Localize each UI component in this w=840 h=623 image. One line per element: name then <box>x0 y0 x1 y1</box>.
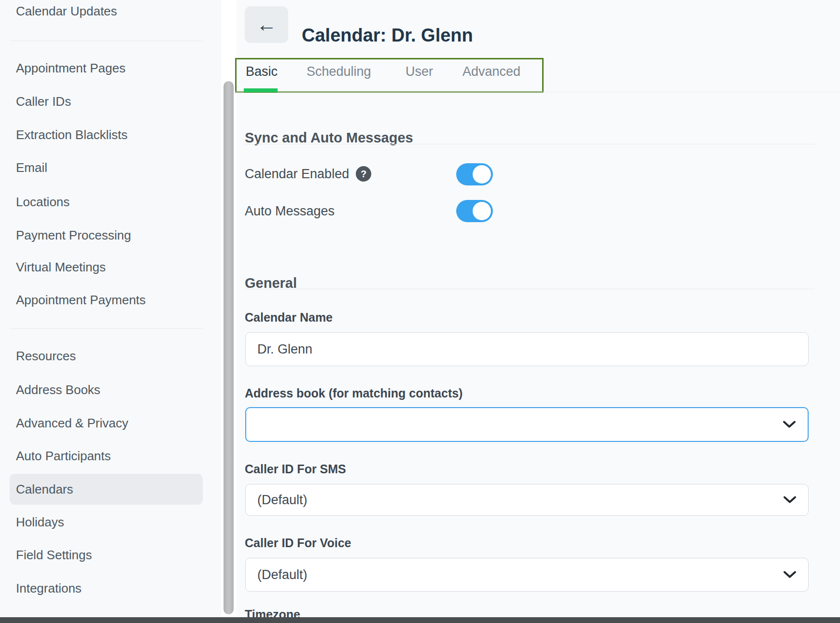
chevron-down-icon <box>783 571 797 579</box>
caller-id-voice-label: Caller ID For Voice <box>245 536 351 550</box>
sidebar-divider <box>10 41 203 41</box>
section-divider <box>245 289 815 289</box>
toggle-knob <box>473 165 491 184</box>
settings-sidebar: Calendar Updates Appointment Pages Calle… <box>0 0 222 617</box>
toggle-knob <box>473 202 491 220</box>
chevron-down-icon <box>783 496 797 504</box>
tab-basic[interactable]: Basic <box>246 64 278 79</box>
calendar-name-input[interactable] <box>245 332 809 366</box>
back-button[interactable]: ← <box>245 6 288 43</box>
sidebar-item-extraction-blacklists[interactable]: Extraction Blacklists <box>10 119 203 150</box>
sidebar-item-field-settings[interactable]: Field Settings <box>10 539 203 570</box>
sidebar-item-address-books[interactable]: Address Books <box>10 374 203 405</box>
sidebar-item-calendar-updates[interactable]: Calendar Updates <box>10 0 203 27</box>
chevron-down-icon <box>783 421 796 429</box>
sidebar-item-holidays[interactable]: Holidays <box>10 507 203 538</box>
auto-messages-label: Auto Messages <box>245 204 335 219</box>
sidebar-divider <box>10 328 203 329</box>
auto-messages-toggle[interactable] <box>456 200 493 222</box>
window-bottom-edge <box>0 617 840 623</box>
sidebar-item-calendars[interactable]: Calendars <box>10 474 203 505</box>
section-divider <box>245 144 815 144</box>
sidebar-item-locations[interactable]: Locations <box>10 186 203 217</box>
tabbar-bottom-border <box>235 92 840 92</box>
sidebar-item-payment-processing[interactable]: Payment Processing <box>10 220 203 251</box>
sidebar-item-appointment-pages[interactable]: Appointment Pages <box>10 53 203 84</box>
caller-id-sms-select-value: (Default) <box>257 493 308 508</box>
tab-advanced[interactable]: Advanced <box>462 64 520 79</box>
calendar-enabled-label: Calendar Enabled ? <box>245 166 371 182</box>
calendar-name-label: Calendar Name <box>245 311 333 325</box>
address-book-select[interactable] <box>245 407 809 442</box>
tab-scheduling[interactable]: Scheduling <box>307 64 371 79</box>
sidebar-item-appointment-payments[interactable]: Appointment Payments <box>10 284 203 315</box>
page-title: Calendar: Dr. Glenn <box>302 25 473 46</box>
sidebar-item-advanced-privacy[interactable]: Advanced & Privacy <box>10 408 203 439</box>
scrollbar-thumb[interactable] <box>224 81 234 614</box>
address-book-label: Address book (for matching contacts) <box>245 386 462 400</box>
caller-id-sms-label: Caller ID For SMS <box>245 462 346 476</box>
calendar-enabled-toggle[interactable] <box>456 163 493 185</box>
caller-id-voice-select[interactable]: (Default) <box>245 558 809 592</box>
tab-user[interactable]: User <box>406 64 433 79</box>
calendar-enabled-label-text: Calendar Enabled <box>245 167 349 182</box>
sidebar-item-virtual-meetings[interactable]: Virtual Meetings <box>10 252 203 283</box>
sidebar-item-email[interactable]: Email <box>10 152 203 183</box>
active-tab-indicator <box>244 88 278 92</box>
sidebar-item-caller-ids[interactable]: Caller IDs <box>10 86 203 117</box>
sidebar-item-integrations[interactable]: Integrations <box>10 573 203 604</box>
sidebar-item-resources[interactable]: Resources <box>10 340 203 371</box>
caller-id-sms-select[interactable]: (Default) <box>245 484 809 516</box>
calendar-settings-screen: Calendar Updates Appointment Pages Calle… <box>0 0 840 623</box>
sidebar-item-auto-participants[interactable]: Auto Participants <box>10 440 203 471</box>
caller-id-voice-select-value: (Default) <box>257 567 308 582</box>
back-arrow-icon: ← <box>256 13 277 36</box>
auto-messages-label-text: Auto Messages <box>245 204 335 219</box>
help-icon[interactable]: ? <box>356 166 371 182</box>
